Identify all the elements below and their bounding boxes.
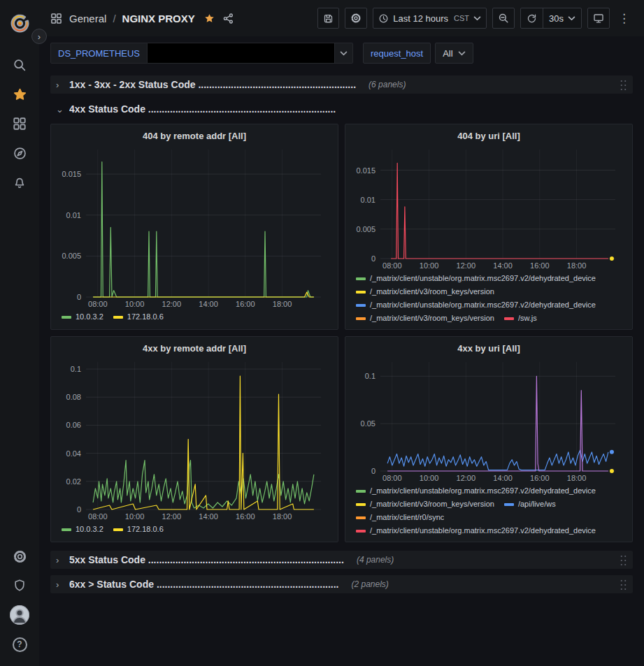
chevron-down-icon: ⌄ bbox=[56, 104, 65, 115]
variable-ds-prometheus: DS_PROMETHEUS bbox=[50, 43, 353, 64]
kebab-menu-icon[interactable]: ⋮ bbox=[615, 11, 633, 26]
timeseries-chart[interactable]: 00.020.040.060.080.108:0010:0012:0014:00… bbox=[58, 356, 331, 521]
chevron-right-icon: › bbox=[56, 579, 65, 590]
configuration-gear-icon[interactable] bbox=[4, 542, 35, 571]
sidebar-expand-toggle[interactable]: › bbox=[31, 29, 47, 44]
legend-item[interactable]: /_matrix/client/r0/sync bbox=[356, 511, 444, 524]
dashboard-settings-button[interactable] bbox=[345, 8, 367, 29]
legend-item[interactable]: /_matrix/client/v3/room_keys/version bbox=[356, 498, 494, 511]
help-glyph: ? bbox=[17, 639, 22, 649]
chart-legend: 10.0.3.2172.18.0.6 bbox=[58, 310, 331, 324]
svg-text:10:00: 10:00 bbox=[420, 474, 439, 482]
legend-item[interactable]: /_matrix/client/unstable/org.matrix.msc2… bbox=[356, 524, 596, 536]
save-dashboard-button[interactable] bbox=[317, 8, 339, 29]
legend-series-color bbox=[62, 316, 71, 319]
legend-item[interactable]: 10.0.3.2 bbox=[62, 310, 103, 324]
time-range-label: Last 12 hours bbox=[393, 13, 448, 24]
timeseries-chart[interactable]: 00.0050.010.01508:0010:0012:0014:0016:00… bbox=[352, 144, 625, 270]
panel-4xx-by-remote-addr: 4xx by remote addr [All] 00.020.040.060.… bbox=[50, 336, 338, 542]
help-icon[interactable]: ? bbox=[4, 630, 35, 659]
row-5xx[interactable]: › 5xx Status Code ......................… bbox=[50, 551, 633, 569]
svg-text:12:00: 12:00 bbox=[162, 300, 182, 308]
zoom-out-button[interactable] bbox=[492, 8, 515, 29]
profile-avatar[interactable] bbox=[4, 600, 35, 630]
refresh-interval-picker[interactable]: 30s bbox=[543, 8, 581, 28]
svg-text:16:00: 16:00 bbox=[530, 261, 550, 270]
svg-text:10:00: 10:00 bbox=[125, 512, 145, 521]
legend-series-color bbox=[113, 528, 123, 531]
legend-item[interactable]: 10.0.3.2 bbox=[62, 523, 103, 536]
row-drag-handle[interactable] bbox=[620, 554, 627, 566]
svg-text:10:00: 10:00 bbox=[420, 261, 439, 270]
variable-label[interactable]: DS_PROMETHEUS bbox=[50, 43, 148, 64]
timeseries-chart[interactable]: 00.050.108:0010:0012:0014:0016:0018:00 bbox=[352, 356, 625, 483]
tv-mode-button[interactable] bbox=[587, 8, 610, 29]
topbar: General / NGINX PROXY bbox=[39, 0, 644, 36]
row-4xx[interactable]: ⌄ 4xx Status Code ......................… bbox=[50, 100, 633, 118]
legend-series-color bbox=[356, 530, 366, 533]
alerting-bell-icon[interactable] bbox=[4, 168, 35, 197]
svg-text:14:00: 14:00 bbox=[199, 300, 218, 308]
legend-item[interactable]: /_matrix/client/v3/room_keys/version bbox=[356, 312, 494, 324]
row-drag-handle[interactable] bbox=[620, 79, 627, 91]
svg-text:16:00: 16:00 bbox=[236, 300, 255, 308]
variable-value-dropdown[interactable]: All bbox=[435, 43, 473, 64]
svg-text:18:00: 18:00 bbox=[567, 261, 587, 270]
svg-text:10:00: 10:00 bbox=[125, 300, 145, 308]
legend-item[interactable]: /sw.js bbox=[504, 312, 537, 324]
panel-title[interactable]: 4xx by uri [All] bbox=[352, 341, 625, 356]
legend-item[interactable]: 172.18.0.6 bbox=[113, 523, 164, 536]
svg-text:0.06: 0.06 bbox=[66, 421, 81, 429]
legend-item[interactable]: /_matrix/client/unstable/org.matrix.msc2… bbox=[356, 484, 596, 498]
legend-series-color bbox=[356, 516, 366, 519]
variable-dropdown-caret[interactable] bbox=[335, 43, 353, 64]
breadcrumb-dashboard-title[interactable]: NGINX PROXY bbox=[122, 13, 195, 24]
legend-series-color bbox=[113, 316, 123, 319]
refresh-button[interactable] bbox=[521, 8, 543, 28]
server-admin-shield-icon[interactable] bbox=[4, 571, 35, 600]
chevron-right-icon: › bbox=[56, 80, 65, 90]
svg-text:0.01: 0.01 bbox=[66, 211, 81, 219]
svg-text:08:00: 08:00 bbox=[88, 512, 108, 521]
legend-item[interactable]: 172.18.0.6 bbox=[113, 310, 164, 324]
apps-grid-icon[interactable] bbox=[50, 13, 62, 24]
legend-series-color bbox=[504, 317, 514, 320]
main-area: General / NGINX PROXY bbox=[39, 0, 644, 666]
panel-grid-4xx: 404 by remote addr [All] 00.0050.010.015… bbox=[50, 124, 633, 542]
time-range-picker[interactable]: Last 12 hours CST bbox=[373, 8, 487, 29]
panel-title[interactable]: 4xx by remote addr [All] bbox=[58, 341, 331, 356]
svg-text:0.01: 0.01 bbox=[361, 196, 375, 204]
dashboard-body: › 1xx - 3xx - 2xx Status Code ..........… bbox=[39, 69, 644, 666]
svg-text:08:00: 08:00 bbox=[382, 261, 402, 270]
svg-text:0: 0 bbox=[371, 254, 375, 263]
row-6xx[interactable]: › 6xx > Status Code ....................… bbox=[50, 575, 633, 593]
chevron-right-icon: › bbox=[56, 555, 65, 565]
breadcrumb-section[interactable]: General bbox=[69, 13, 106, 24]
row-drag-handle[interactable] bbox=[620, 579, 627, 591]
legend-series-color bbox=[356, 317, 366, 320]
svg-text:18:00: 18:00 bbox=[273, 300, 292, 308]
panel-title[interactable]: 404 by remote addr [All] bbox=[58, 129, 331, 144]
chevron-down-icon bbox=[458, 51, 466, 56]
breadcrumb-separator: / bbox=[113, 13, 115, 24]
starred-dashboards-icon[interactable] bbox=[4, 80, 35, 109]
legend-item[interactable]: /api/live/ws bbox=[504, 498, 556, 511]
legend-item[interactable]: /_matrix/client/v3/room_keys/version bbox=[356, 285, 494, 298]
panel-title[interactable]: 404 by uri [All] bbox=[352, 129, 625, 144]
dashboards-icon[interactable] bbox=[4, 109, 35, 138]
variable-request-host: request_host All bbox=[363, 43, 473, 64]
explore-compass-icon[interactable] bbox=[4, 138, 35, 168]
variable-label[interactable]: request_host bbox=[363, 43, 431, 64]
favorite-star-icon[interactable] bbox=[203, 13, 215, 24]
legend-item[interactable]: /_matrix/client/unstable/org.matrix.msc2… bbox=[356, 298, 596, 312]
legend-series-color bbox=[356, 291, 366, 294]
row-1xx-3xx-2xx[interactable]: › 1xx - 3xx - 2xx Status Code ..........… bbox=[50, 75, 633, 94]
grafana-logo-icon[interactable] bbox=[4, 8, 35, 38]
share-icon[interactable] bbox=[222, 13, 234, 24]
variable-value-redacted[interactable] bbox=[148, 43, 335, 64]
sidebar: ? bbox=[0, 0, 39, 666]
search-icon[interactable] bbox=[4, 50, 35, 80]
timeseries-chart[interactable]: 00.0050.010.01508:0010:0012:0014:0016:00… bbox=[58, 144, 331, 309]
legend-item[interactable]: /_matrix/client/unstable/org.matrix.msc2… bbox=[356, 272, 596, 285]
svg-text:0.1: 0.1 bbox=[71, 365, 81, 373]
